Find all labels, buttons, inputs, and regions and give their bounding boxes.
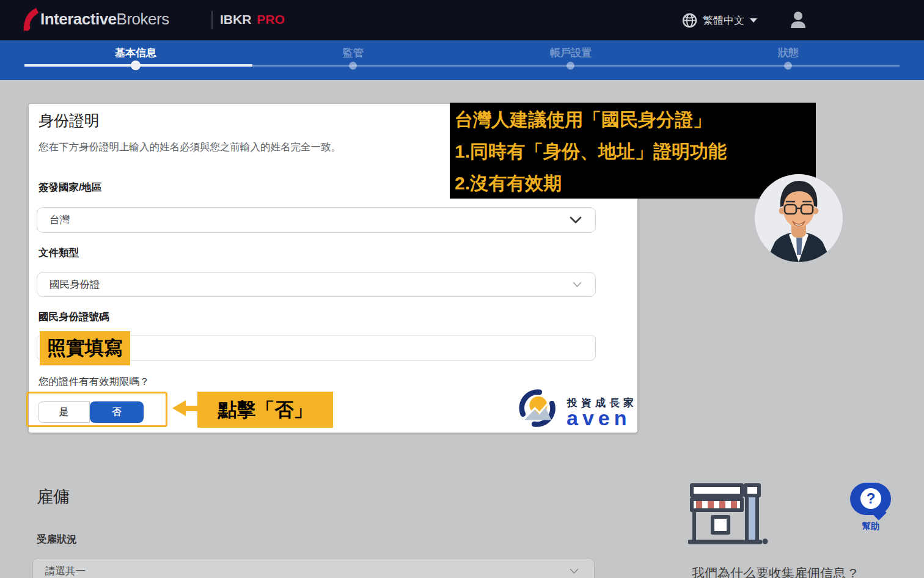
- product-badge: IBKRPRO: [220, 12, 285, 27]
- chevron-down-icon: [570, 216, 582, 224]
- top-header-bar: InteractiveBrokers IBKRPRO 繁體中文: [0, 0, 924, 40]
- chevron-down-icon: [570, 568, 579, 574]
- globe-icon: [682, 13, 697, 28]
- brand-brokers: Brokers: [117, 10, 169, 28]
- tip-line: 台灣人建議使用「國民身分證」: [455, 104, 810, 136]
- step-basic-info[interactable]: 基本信息: [68, 46, 203, 60]
- product-name: IBKR: [220, 12, 251, 26]
- progress-dot-active: [131, 60, 141, 70]
- fill-truthfully-annotation: 照實填寫: [40, 331, 130, 365]
- issuing-country-value: 台灣: [50, 213, 70, 227]
- employment-status-select[interactable]: 請選其一: [32, 558, 595, 578]
- chevron-down-icon: [750, 18, 757, 23]
- progress-dot: [784, 62, 792, 70]
- step-regulatory[interactable]: 監管: [286, 46, 420, 60]
- issuing-country-select[interactable]: 台灣: [37, 207, 596, 233]
- step-status[interactable]: 狀態: [721, 46, 856, 60]
- document-type-label: 文件類型: [38, 246, 79, 260]
- language-label: 繁體中文: [703, 13, 744, 27]
- progress-dot: [349, 62, 357, 70]
- employment-status-label: 受雇狀況: [37, 533, 77, 546]
- step-account-setup[interactable]: 帳戶設置: [504, 46, 638, 60]
- brand-wordmark: InteractiveBrokers: [40, 10, 169, 29]
- annotation-arrow-shaft: [185, 406, 198, 411]
- annotation-arrow-icon: [172, 400, 186, 416]
- progress-stepper: 基本信息 監管 帳戶設置 狀態: [0, 40, 924, 80]
- help-label: 幫助: [853, 521, 889, 532]
- expiry-yes-button[interactable]: 是: [38, 401, 90, 423]
- document-type-select[interactable]: 國民身份證: [37, 272, 596, 297]
- account-button[interactable]: [788, 10, 808, 29]
- page: InteractiveBrokers IBKRPRO 繁體中文 基本信息 監管: [0, 0, 924, 578]
- interactive-brokers-logo-icon: [22, 8, 39, 32]
- brand-interactive: Interactive: [40, 10, 117, 28]
- expiry-question: 您的證件有有效期限嗎？: [38, 375, 150, 389]
- storefront-icon: [688, 481, 769, 549]
- id-number-label: 國民身份證號碼: [38, 310, 109, 324]
- employment-title: 雇傭: [37, 486, 70, 508]
- aven-logo-icon: [518, 389, 556, 427]
- tip-line: 1.同時有「身份、地址」證明功能: [455, 136, 810, 167]
- card-title: 身份證明: [38, 111, 100, 131]
- person-icon: [788, 10, 808, 29]
- employment-status-value: 請選其一: [45, 565, 86, 578]
- question-icon[interactable]: ?: [860, 488, 881, 509]
- presenter-avatar: [755, 174, 843, 262]
- progress-dot: [566, 62, 574, 70]
- language-selector[interactable]: 繁體中文: [682, 10, 757, 30]
- document-type-value: 國民身份證: [50, 278, 100, 291]
- issuing-country-label: 簽發國家/地區: [38, 181, 102, 194]
- chevron-down-icon: [573, 282, 582, 288]
- click-no-annotation: 點擊「否」: [197, 392, 333, 428]
- product-tier: PRO: [257, 12, 285, 26]
- expiry-no-button[interactable]: 否: [90, 401, 144, 423]
- header-divider: [211, 11, 213, 29]
- card-description: 您在下方身份證明上輸入的姓名必須與您之前輸入的姓名完全一致。: [38, 141, 341, 154]
- why-collect-employment-link[interactable]: 我們為什么要收集雇佣信息 ?: [692, 565, 857, 578]
- aven-wordmark: aven: [566, 406, 631, 430]
